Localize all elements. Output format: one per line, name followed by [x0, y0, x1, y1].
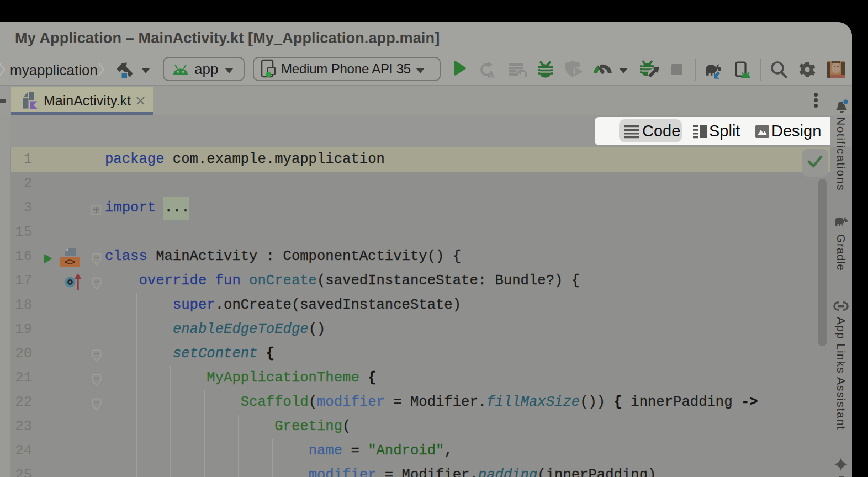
svg-text:<>: <>: [65, 258, 75, 268]
svg-text:A: A: [487, 69, 495, 78]
